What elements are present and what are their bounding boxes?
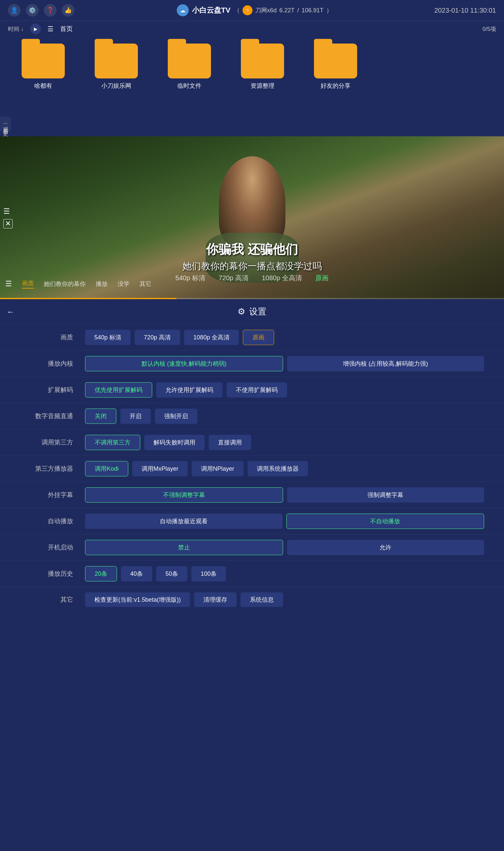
- player-btn-kodi[interactable]: 调用Kodi: [85, 461, 128, 476]
- label-autoplay: 自动播放: [20, 517, 73, 526]
- storage-sep: /: [298, 7, 299, 14]
- folder-item-2[interactable]: 临时文件: [156, 43, 222, 90]
- thirdparty-btn-fail[interactable]: 解码失败时调用: [144, 435, 205, 450]
- watch-history-side[interactable]: 〈 观 看 历 史: [0, 117, 11, 131]
- quality-btn-720p[interactable]: 720p 高清: [134, 330, 180, 345]
- top-bar: 👤 ⚙️ ❓ 👍 ☁ 小白云盘TV （ 🗡 刀网x6d 6.22T / 106.…: [0, 0, 504, 21]
- home-label[interactable]: 首页: [60, 24, 73, 33]
- options-extdecode: 优先使用扩展解码 允许使用扩展解码 不使用扩展解码: [85, 382, 484, 397]
- settings-back-btn[interactable]: ←: [7, 307, 15, 317]
- sort-label: 时间 ↓: [8, 25, 23, 33]
- video-tab-play[interactable]: 播放: [96, 280, 108, 288]
- autostart-btn-allow[interactable]: 允许: [287, 540, 484, 555]
- options-codec: 默认内核 (速度快,解码能力稍弱) 增强内核 (占用较高,解码能力强): [85, 356, 484, 371]
- quality-btn-540p[interactable]: 540p 标清: [85, 330, 130, 345]
- subtitle-btn-force[interactable]: 强制调整字幕: [287, 487, 484, 503]
- options-quality: 540p 标清 720p 高清 1080p 全高清 原画: [85, 330, 484, 345]
- paren-close: ）: [326, 6, 332, 14]
- label-extdecode: 扩展解码: [20, 386, 73, 394]
- codec-btn-enhanced[interactable]: 增强内核 (占用较高,解码能力强): [287, 356, 484, 371]
- history-btn-40[interactable]: 40条: [121, 566, 152, 581]
- label-autostart: 开机启动: [20, 543, 73, 552]
- list-btn[interactable]: ☰: [48, 25, 53, 33]
- options-other: 检查更新(当前:v1.5beta(增强版)) 清理缓存 系统信息: [85, 592, 484, 607]
- label-subtitle: 外挂字幕: [20, 491, 73, 499]
- quality-btn-original[interactable]: 原画: [243, 330, 274, 345]
- player-btn-nplayer[interactable]: 调用NPlayer: [192, 461, 244, 476]
- storage-total: 106.91T: [302, 7, 324, 14]
- settings-header: ← ⚙ 设置: [0, 299, 504, 324]
- options-subtitle: 不强制调整字幕 强制调整字幕: [85, 487, 484, 503]
- top-bar-center: ☁ 小白云盘TV （ 🗡 刀网x6d 6.22T / 106.91T ）: [177, 4, 332, 16]
- settings-row-codec: 播放内核 默认内核 (速度快,解码能力稍弱) 增强内核 (占用较高,解码能力强): [0, 350, 504, 377]
- settings-section: ← ⚙ 设置 画质 540p 标清 720p 高清 1080p 全高清 原画 播…: [0, 299, 504, 626]
- top-bar-right: 2023-01-10 11:30:01: [434, 7, 496, 14]
- options-history: 20条 40条 50条 100条: [85, 566, 484, 581]
- video-close-icon[interactable]: ✕: [3, 219, 13, 228]
- settings-icon[interactable]: ⚙️: [26, 4, 38, 17]
- history-btn-100[interactable]: 100条: [191, 566, 226, 581]
- audio-btn-on[interactable]: 开启: [120, 409, 151, 424]
- subtitle-btn-no-force[interactable]: 不强制调整字幕: [85, 487, 283, 503]
- folder-icon-0: [22, 43, 65, 78]
- label-thirdparty: 调用第三方: [20, 438, 73, 447]
- folder-label-2: 临时文件: [177, 82, 201, 90]
- autostart-btn-disable[interactable]: 禁止: [85, 540, 283, 555]
- settings-gear-icon: ⚙: [237, 306, 245, 317]
- label-audio: 数字音频直通: [20, 412, 73, 421]
- settings-row-extdecode: 扩展解码 优先使用扩展解码 允许使用扩展解码 不使用扩展解码: [0, 377, 504, 403]
- video-tab-none[interactable]: 没学: [118, 280, 130, 288]
- video-tab-other[interactable]: 其它: [140, 280, 151, 288]
- extdecode-btn-allow[interactable]: 允许使用扩展解码: [156, 382, 222, 397]
- settings-row-history: 播放历史 20条 40条 50条 100条: [0, 561, 504, 587]
- help-icon[interactable]: ❓: [44, 4, 56, 17]
- folder-item-1[interactable]: 小刀娱乐网: [83, 43, 149, 90]
- folder-label-0: 啥都有: [34, 82, 52, 90]
- other-btn-clearcache[interactable]: 清理缓存: [194, 592, 237, 607]
- audio-btn-force[interactable]: 强制开启: [155, 409, 197, 424]
- thirdparty-btn-no[interactable]: 不调用第三方: [85, 435, 140, 450]
- options-audio: 关闭 开启 强制开启: [85, 409, 484, 424]
- history-btn-20[interactable]: 20条: [85, 566, 117, 581]
- codec-btn-default[interactable]: 默认内核 (速度快,解码能力稍弱): [85, 356, 283, 371]
- avatar-icon[interactable]: 👤: [8, 4, 21, 17]
- paren-open: （: [234, 6, 240, 14]
- video-menu-icon[interactable]: ☰: [5, 280, 12, 288]
- folder-item-0[interactable]: 啥都有: [10, 43, 76, 90]
- video-subtitles: 你骗我 还骗他们 她们教你的幕你一播点都没学过吗: [0, 241, 504, 272]
- other-btn-sysinfo[interactable]: 系统信息: [240, 592, 283, 607]
- video-menu-left[interactable]: ☰: [3, 207, 13, 216]
- datetime: 2023-01-10 11:30:01: [434, 7, 496, 14]
- settings-row-thirdplayer: 第三方播放器 调用Kodi 调用MxPlayer 调用NPlayer 调用系统播…: [0, 456, 504, 482]
- subtitle-line1: 你骗我 还骗他们: [0, 241, 504, 258]
- folder-item-4[interactable]: 好友的分享: [302, 43, 369, 90]
- app-logo: ☁: [177, 4, 189, 16]
- video-tab-quality[interactable]: 画质: [22, 279, 34, 288]
- user-avatar: 🗡: [242, 5, 252, 15]
- settings-row-other: 其它 检查更新(当前:v1.5beta(增强版)) 清理缓存 系统信息: [0, 587, 504, 612]
- play-btn[interactable]: ▶: [30, 23, 41, 34]
- quality-btn-1080p[interactable]: 1080p 全高清: [184, 330, 239, 345]
- subtitle-line2: 她们教你的幕你一播点都没学过吗: [0, 260, 504, 272]
- extdecode-btn-prefer[interactable]: 优先使用扩展解码: [85, 382, 152, 397]
- player-btn-system[interactable]: 调用系统播放器: [248, 461, 308, 476]
- like-icon[interactable]: 👍: [62, 4, 74, 17]
- folder-label-4: 好友的分享: [321, 82, 350, 90]
- storage-used: 6.22T: [280, 7, 295, 14]
- folder-item-3[interactable]: 资源整理: [229, 43, 296, 90]
- settings-row-autoplay: 自动播放 自动播放最近观看 不自动播放: [0, 508, 504, 534]
- top-bar-icons: 👤 ⚙️ ❓ 👍: [8, 4, 74, 17]
- audio-btn-off[interactable]: 关闭: [85, 409, 116, 424]
- settings-row-quality: 画质 540p 标清 720p 高清 1080p 全高清 原画: [0, 324, 504, 350]
- extdecode-btn-no[interactable]: 不使用扩展解码: [227, 382, 287, 397]
- autoplay-btn-recent[interactable]: 自动播放最近观看: [85, 514, 283, 529]
- video-tab-subtitle[interactable]: 她们教你的幕你: [44, 280, 86, 288]
- folder-icon-1: [95, 43, 138, 78]
- player-btn-mx[interactable]: 调用MxPlayer: [132, 461, 188, 476]
- thirdparty-btn-direct[interactable]: 直接调用: [209, 435, 251, 450]
- other-btn-update[interactable]: 检查更新(当前:v1.5beta(增强版)): [85, 592, 190, 607]
- settings-row-audio: 数字音频直通 关闭 开启 强制开启: [0, 403, 504, 429]
- history-btn-50[interactable]: 50条: [156, 566, 187, 581]
- app-title: 小白云盘TV: [192, 5, 231, 15]
- autoplay-btn-no[interactable]: 不自动播放: [286, 514, 484, 529]
